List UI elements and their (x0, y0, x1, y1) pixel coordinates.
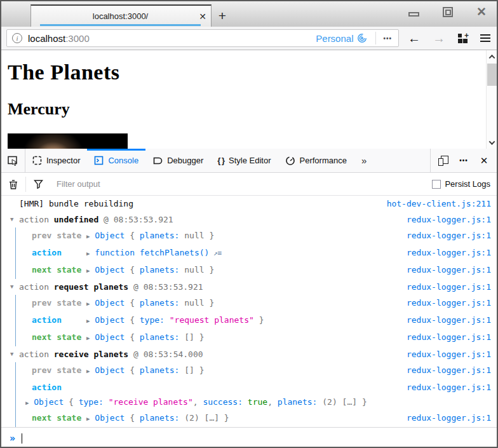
tab-console[interactable]: Console (87, 149, 145, 172)
browser-tab[interactable]: localhost:3000/ ✕ (30, 4, 212, 27)
console-message: [HMR] bundle rebuilding (19, 196, 133, 212)
scroll-up-button[interactable] (487, 51, 497, 62)
source-location-link[interactable]: redux-logger.js:1 (407, 227, 497, 243)
source-location-link[interactable]: hot-dev-client.js:211 (387, 196, 497, 212)
console-row: action ▶ Object { type: "request planets… (1, 312, 497, 329)
responsive-design-button[interactable] (434, 152, 452, 170)
message-segment: Object (90, 413, 125, 423)
message-segment: next state (32, 265, 86, 275)
page-actions-icon[interactable]: ••• (380, 35, 394, 42)
console-row: next state ▶ Object { planets: (2) […] }… (1, 410, 497, 427)
console-message: ▶ Object { type: "receive planets", succ… (25, 395, 367, 410)
message-segment: Object (90, 265, 125, 275)
urlbar-separator (375, 32, 376, 44)
new-tab-button[interactable]: + (212, 5, 233, 27)
minimize-button[interactable] (408, 6, 419, 18)
message-segment (243, 397, 248, 407)
source-location-link[interactable]: redux-logger.js:1 (407, 329, 497, 345)
tab-close-icon[interactable]: ✕ (194, 11, 211, 22)
message-segment: ↗≡ (209, 249, 222, 257)
message-segment (104, 397, 109, 407)
site-info-icon[interactable]: i (12, 33, 22, 43)
console-message: action request planets @ 08:53:53.921 (19, 279, 203, 295)
page-scrollbar[interactable] (486, 50, 497, 149)
console-row: ▼action request planets @ 08:53:53.921re… (1, 279, 497, 295)
console-message: next state ▶ Object { planets: [] } (32, 329, 205, 346)
restore-icon (443, 7, 453, 17)
message-segment: planets: (140, 265, 180, 275)
message-segment: function fetchPlanets() (90, 248, 210, 257)
minimize-icon (408, 12, 419, 17)
source-location-link[interactable]: redux-logger.js:1 (407, 245, 497, 261)
scrollbar-thumb[interactable] (487, 64, 497, 86)
console-row: [HMR] bundle rebuildinghot-dev-client.js… (1, 196, 497, 212)
tab-label: Performance (300, 156, 347, 165)
message-segment (165, 315, 170, 325)
message-segment: next state (32, 332, 86, 342)
forward-button[interactable]: → (433, 32, 445, 44)
devtools-menu-icon[interactable]: ••• (455, 152, 473, 170)
message-segment: planets: (140, 231, 180, 240)
tab-inspector[interactable]: Inspector (25, 149, 87, 172)
message-segment: { (124, 298, 139, 308)
clear-console-button[interactable] (1, 173, 25, 195)
devtools-toolbar: Inspector Console Debugger { } Style Edi… (1, 149, 497, 173)
pick-element-button[interactable] (1, 149, 25, 172)
source-location-link[interactable]: redux-logger.js:1 (407, 262, 497, 278)
close-window-button[interactable]: ✕ (476, 6, 487, 18)
tab-style-editor[interactable]: { } Style Editor (210, 149, 278, 172)
persist-logs-checkbox[interactable] (432, 180, 441, 189)
message-segment: { (124, 365, 139, 375)
console-message: prev state ▶ Object { planets: null } (32, 227, 214, 245)
collapse-caret-icon[interactable]: ▼ (10, 346, 13, 362)
titlebar: localhost:3000/ ✕ + ✕ (1, 1, 497, 27)
message-segment: Object (90, 231, 125, 240)
console-input-line[interactable]: » (1, 427, 497, 448)
persist-logs-label: Persist Logs (445, 179, 490, 189)
message-segment: null } (179, 265, 214, 275)
message-segment: Object (90, 332, 125, 342)
source-location-link[interactable]: redux-logger.js:1 (407, 346, 497, 362)
collapse-caret-icon[interactable]: ▼ (10, 212, 13, 227)
console-message: next state ▶ Object { planets: null } (32, 262, 214, 279)
source-location-link[interactable]: redux-logger.js:1 (407, 295, 497, 311)
console-filter-bar: Persist Logs (1, 173, 497, 196)
back-button[interactable]: ← (408, 32, 421, 44)
hamburger-menu-icon[interactable] (480, 34, 490, 42)
source-location-link[interactable]: redux-logger.js:1 (407, 212, 497, 227)
devtools-toolbar-right: ••• ✕ (430, 149, 497, 172)
collapse-caret-icon[interactable]: ▼ (10, 279, 13, 295)
message-segment: planets: (140, 298, 180, 308)
restore-button[interactable] (443, 6, 453, 18)
message-segment: [] } (179, 365, 204, 375)
tab-performance[interactable]: Performance (278, 149, 354, 172)
console-row: action ▶ function fetchPlanets() ↗≡redux… (1, 245, 497, 262)
message-segment: @ 08:53:53.921 (128, 282, 203, 292)
source-location-link[interactable]: redux-logger.js:1 (407, 312, 497, 328)
scroll-down-button[interactable] (487, 137, 497, 147)
more-tabs-button[interactable]: » (354, 149, 374, 172)
source-location-link[interactable]: redux-logger.js:1 (407, 410, 497, 426)
tab-label: Style Editor (229, 156, 271, 165)
chevron-down-icon (489, 139, 495, 145)
extension-grid-icon[interactable]: + (457, 33, 468, 44)
close-devtools-button[interactable]: ✕ (475, 152, 493, 170)
active-tab-underline (40, 24, 201, 26)
message-segment: planets: (140, 332, 180, 342)
source-location-link[interactable]: redux-logger.js:1 (407, 379, 497, 395)
braces-icon: { } (217, 156, 224, 165)
source-location-link[interactable]: redux-logger.js:1 (407, 279, 497, 295)
filter-output-input[interactable] (50, 179, 432, 189)
message-segment: prev state (32, 231, 86, 240)
message-segment: type: (79, 397, 104, 407)
url-bar[interactable]: i localhost:3000 Personal ••• (6, 29, 399, 47)
message-segment: { (124, 315, 139, 325)
message-segment: action (19, 215, 54, 224)
source-location-link[interactable]: redux-logger.js:1 (407, 362, 497, 378)
message-segment: Object (90, 315, 125, 325)
console-row: next state ▶ Object { planets: null }red… (1, 262, 497, 279)
navigation-toolbar: i localhost:3000 Personal ••• ← → + (1, 27, 497, 50)
page-content: The Planets Mercury (1, 50, 497, 149)
persist-logs: Persist Logs (432, 179, 497, 189)
tab-debugger[interactable]: Debugger (145, 149, 210, 172)
